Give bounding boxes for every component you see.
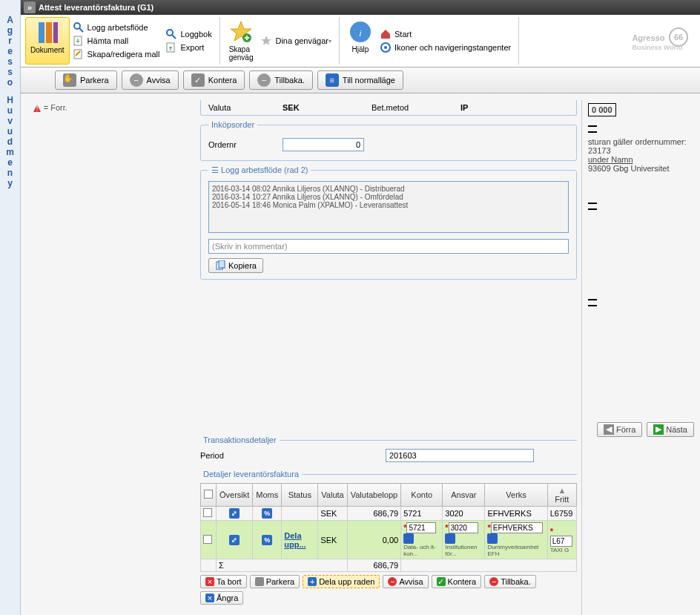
template-edit-icon [73, 48, 85, 60]
sort-icon: ▲ [558, 486, 566, 495]
skapa-redigera-mall-button[interactable]: Skapa/redigera mall [70, 47, 163, 61]
period-input[interactable] [386, 449, 534, 462]
comment-input[interactable] [208, 239, 569, 254]
konto-input[interactable] [406, 522, 436, 533]
plus-icon: + [308, 577, 317, 586]
ikoner-nav-button[interactable]: Ikoner och navigeringstangenter [377, 41, 514, 54]
check-icon: ✓ [437, 577, 446, 586]
dela-upp-raden-button[interactable]: +Dela upp raden [303, 575, 380, 588]
moms-icon[interactable]: % [262, 535, 272, 545]
tillbaka-button[interactable]: −Tillbaka. [249, 70, 313, 90]
logg-legend[interactable]: ☰ Logg arbetsflöde (rad 2) [208, 165, 311, 175]
hjalp-button[interactable]: i Hjälp [344, 17, 377, 65]
fritt-input[interactable] [550, 536, 572, 547]
kontera-button[interactable]: ✓Kontera [183, 70, 245, 90]
table-row[interactable]: ⤢ % SEK 686,79 5721 3020 EFHVERKS L6759 [201, 507, 577, 521]
valuta-label: Valuta [208, 103, 283, 112]
betmetod-value: IP [460, 103, 468, 112]
content-area: ! = Forr. Valuta SEK Bet.metod IP Inköps… [30, 100, 700, 615]
loggbok-button[interactable]: Loggbok [162, 27, 214, 41]
avvisa-button[interactable]: −Avvisa [122, 70, 179, 90]
target-icon [380, 42, 392, 53]
kopiera-button[interactable]: Kopiera [208, 258, 263, 273]
detail-table: Översikt Moms Status Valuta Valutabelopp… [200, 483, 577, 572]
svg-point-7 [167, 30, 173, 36]
svg-point-16 [384, 46, 387, 49]
minus-circle-icon: − [130, 73, 143, 87]
normallage-button[interactable]: ≡Till normalläge [317, 70, 403, 90]
magnifier-icon [73, 22, 85, 33]
status-panel: ! = Forr. [30, 100, 200, 615]
star-add-icon [229, 20, 253, 44]
inkopsorder-legend: Inköpsorder [208, 120, 257, 129]
action-bar: ✋Parkera −Avvisa ✓Kontera −Tillbaka. ≡Ti… [21, 68, 700, 93]
detail-fieldset: Detaljer leverantörsfaktura [200, 470, 577, 478]
parkera-row-button[interactable]: Parkera [250, 575, 300, 588]
period-label: Period [200, 451, 386, 460]
svg-marker-12 [261, 36, 271, 45]
table-header-row: Översikt Moms Status Valuta Valutabelopp… [201, 484, 577, 507]
svg-line-8 [172, 35, 176, 39]
verks-input[interactable] [491, 522, 543, 533]
kontera-row-button[interactable]: ✓Kontera [432, 575, 482, 588]
svg-rect-21 [219, 260, 225, 268]
preview-amount: 0 000 [588, 103, 616, 116]
overview-icon[interactable]: ⤢ [229, 508, 240, 519]
dokument-button[interactable]: Dokument [25, 17, 70, 65]
doc-preview-panel: 0 000 sturan gäller ordernummer: 23173 u… [581, 100, 700, 615]
overview-icon[interactable]: ⤢ [229, 535, 240, 545]
window-title: Attest leverantörsfaktura (G1) [39, 3, 153, 12]
start-button[interactable]: Start [377, 27, 514, 41]
warning-icon: ! [33, 104, 42, 113]
svg-text:66: 66 [674, 33, 683, 42]
table-row-editing[interactable]: ⤢ % Dela upp... SEK 0,00 *Data- och it-k… [201, 521, 577, 559]
logg-textarea[interactable]: 2016-03-14 08:02 Annika Liljeros (XLANNQ… [208, 181, 569, 233]
hamta-mall-button[interactable]: Hämta mall [70, 34, 163, 47]
detail-legend: Detaljer leverantörsfaktura [200, 470, 302, 478]
collapse-icon: ☰ [211, 165, 219, 174]
dela-upp-link[interactable]: Dela upp... [284, 531, 306, 549]
lookup-icon[interactable] [445, 533, 455, 544]
hand-icon [255, 577, 264, 586]
home-icon [380, 28, 392, 40]
ribbon: Dokument Logg arbetsflöde Hämta mall Ska… [21, 15, 700, 68]
ansvar-input[interactable] [449, 522, 478, 533]
brand-logo: Agresso 66 Business World [620, 17, 700, 65]
arrow-right-icon: ▶ [653, 424, 664, 435]
expand-icon[interactable]: » [24, 1, 36, 13]
svg-text:!: ! [36, 104, 38, 113]
row-checkbox[interactable] [203, 535, 212, 544]
minus-circle-icon: − [388, 577, 397, 586]
skapa-genvag-button[interactable]: Skapa genväg [225, 17, 258, 65]
inkopsorder-fieldset: Inköpsorder Ordernr [200, 120, 577, 161]
nasta-button[interactable]: ▶Nästa [647, 422, 694, 437]
forra-button[interactable]: ◀Förra [597, 422, 642, 437]
parkera-button[interactable]: ✋Parkera [55, 70, 117, 90]
ta-bort-button[interactable]: ×Ta bort [200, 575, 247, 588]
star-icon [260, 35, 272, 47]
svg-rect-1 [46, 22, 52, 43]
svg-rect-2 [53, 22, 58, 43]
lookup-icon[interactable] [403, 533, 414, 544]
moms-icon[interactable]: % [262, 508, 272, 519]
magnifier-icon [165, 28, 177, 40]
chevron-down-icon: ▾ [328, 38, 331, 45]
svg-rect-0 [39, 22, 44, 43]
select-all-checkbox[interactable] [204, 490, 213, 499]
tillbaka-row-button[interactable]: −Tillbaka. [484, 575, 536, 588]
arrow-left-icon: ◀ [604, 424, 614, 435]
svg-point-3 [74, 23, 80, 29]
betmetod-label: Bet.metod [372, 103, 460, 112]
avvisa-row-button[interactable]: −Avvisa [383, 575, 428, 588]
trans-legend: Transaktionsdetaljer [200, 435, 280, 444]
angra-button[interactable]: ×Ångra [200, 591, 243, 605]
ordernr-input[interactable] [283, 138, 364, 151]
lookup-icon[interactable] [487, 533, 498, 544]
row-checkbox[interactable] [203, 508, 212, 517]
export-button[interactable]: Export [162, 41, 214, 54]
x-icon: × [205, 577, 214, 586]
logg-arbetsflode-button[interactable]: Logg arbetsflöde [70, 21, 163, 34]
left-rail: Agresso Huvudmeny [0, 0, 21, 615]
dina-genvagar-button[interactable]: Dina genvägar ▾ [257, 34, 334, 47]
export-icon [165, 42, 177, 53]
